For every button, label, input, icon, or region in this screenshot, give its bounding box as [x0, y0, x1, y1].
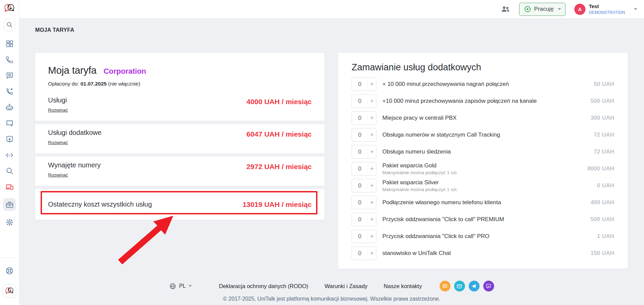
- work-status-button[interactable]: Pracuję: [519, 3, 565, 16]
- stepper-value[interactable]: 0: [352, 182, 368, 189]
- language-selector[interactable]: PL: [169, 283, 192, 290]
- stepper-value[interactable]: 0: [352, 114, 368, 122]
- total-label: Ostateczny koszt wszystkich usług: [48, 201, 152, 208]
- stepper-value[interactable]: 0: [352, 199, 368, 206]
- plus-icon[interactable]: +: [368, 148, 376, 156]
- stepper-value[interactable]: 0: [352, 97, 368, 105]
- quantity-stepper[interactable]: 0 +: [352, 94, 376, 108]
- expand-link[interactable]: Rozwinąć: [48, 172, 68, 178]
- stepper-value[interactable]: 0: [352, 165, 368, 172]
- plus-icon[interactable]: +: [368, 165, 376, 172]
- paid-until-date: 01.07.2025: [81, 81, 107, 87]
- devices-icon[interactable]: [5, 182, 14, 191]
- tariff-row-label: Wynajęte numery: [48, 161, 101, 169]
- user-org: DEMONSTRATION: [589, 10, 625, 15]
- plus-icon[interactable]: +: [368, 114, 376, 122]
- tariff-briefcase-icon[interactable]: [3, 198, 16, 211]
- plus-icon[interactable]: +: [368, 80, 376, 88]
- quantity-stepper[interactable]: 0 +: [352, 196, 376, 209]
- order-item-row: 0 + + 10 000 minut przechowywania nagrań…: [352, 77, 614, 91]
- plus-icon[interactable]: +: [368, 182, 376, 189]
- language-code: PL: [179, 283, 186, 289]
- robot-icon[interactable]: [5, 103, 14, 112]
- quantity-stepper[interactable]: 0 +: [352, 179, 376, 192]
- quantity-stepper[interactable]: 0 +: [352, 247, 376, 260]
- settings-gear-icon[interactable]: [5, 218, 14, 227]
- quantity-stepper[interactable]: 0 +: [352, 77, 376, 91]
- tariff-row-price: 4000 UAH / miesiąc: [246, 98, 312, 121]
- chevron-down-icon: [558, 8, 561, 10]
- order-item-sublabel: Maksymalnie można podłączyć 1 szt.: [382, 170, 458, 175]
- chat-bubble-icon[interactable]: [440, 281, 450, 291]
- stepper-value[interactable]: 0: [352, 250, 368, 257]
- unitalk-logo-bottom[interactable]: [3, 284, 16, 298]
- topbar: Pracuję A Test DEMONSTRATION: [19, 0, 644, 19]
- order-item-price: 72 UAH: [589, 148, 614, 155]
- order-item-row: 0 + Obsługa numerów w statycznym Call Tr…: [352, 128, 614, 142]
- order-item-label: stanowisko w UniTalk Chat: [382, 250, 451, 257]
- quantity-stepper[interactable]: 0 +: [352, 162, 376, 175]
- search-numbers-icon[interactable]: [5, 166, 14, 175]
- stepper-value[interactable]: 0: [352, 233, 368, 240]
- order-item-label: Miejsce pracy w centrali PBX: [382, 115, 457, 121]
- user-name: Test: [589, 3, 625, 9]
- comment-icon[interactable]: [5, 119, 14, 128]
- sidebar-divider: [0, 257, 19, 258]
- quantity-stepper[interactable]: 0 +: [352, 145, 376, 159]
- footer: PL Deklaracja ochrony danych (RODO) Waru…: [19, 281, 644, 291]
- plus-icon[interactable]: +: [368, 233, 376, 240]
- expand-link[interactable]: Rozwinąć: [48, 108, 68, 113]
- quantity-stepper[interactable]: 0 +: [352, 230, 376, 243]
- order-item-sublabel: Maksymalnie można podłączyć 1 szt.: [382, 187, 458, 192]
- stepper-value[interactable]: 0: [352, 131, 368, 139]
- plus-icon[interactable]: +: [368, 97, 376, 105]
- phone-add-icon[interactable]: [5, 87, 14, 96]
- order-item-row: 0 + Pakiet wsparcia Silver Maksymalnie m…: [352, 179, 614, 192]
- row-separator: [35, 186, 325, 189]
- quantity-stepper[interactable]: 0 +: [352, 128, 376, 142]
- order-item-label: + 10 000 minut przechowywania nagrań poł…: [382, 81, 509, 88]
- sidebar: [0, 0, 19, 305]
- quantity-stepper[interactable]: 0 +: [352, 213, 376, 226]
- people-icon[interactable]: [501, 5, 510, 14]
- footer-link-contacts[interactable]: Nasze kontakty: [384, 283, 422, 289]
- order-item-price: 50 UAH: [589, 81, 614, 88]
- sidebar-search-button[interactable]: [4, 18, 15, 31]
- quantity-stepper[interactable]: 0 +: [352, 111, 376, 125]
- plus-icon[interactable]: +: [368, 131, 376, 139]
- footer-link-terms[interactable]: Warunki i Zasady: [325, 283, 368, 289]
- viber-icon[interactable]: [483, 281, 494, 291]
- tariff-row-label: Usługi: [48, 96, 68, 104]
- tariff-row: Usługi dodatkowe Rozwinąć 6047 UAH / mie…: [35, 124, 325, 153]
- stepper-value[interactable]: 0: [352, 80, 368, 88]
- social-links: [440, 281, 494, 291]
- order-item-label: Przycisk oddzwaniania "Click to call" PR…: [382, 233, 489, 240]
- plus-icon[interactable]: +: [368, 250, 376, 257]
- user-menu[interactable]: A Test DEMONSTRATION: [574, 3, 637, 15]
- dashboard-icon[interactable]: [5, 39, 14, 48]
- chat-icon[interactable]: [5, 71, 14, 80]
- order-item-row: 0 + +10 000 minut przechowywania zapisów…: [352, 94, 614, 108]
- tariff-row: Wynajęte numery Rozwinąć 2972 UAH / mies…: [35, 157, 325, 186]
- order-item-price: 72 UAH: [589, 132, 614, 138]
- stepper-value[interactable]: 0: [352, 148, 368, 156]
- phone-icon[interactable]: [5, 55, 14, 64]
- order-item-price: 0 UAH: [592, 182, 614, 189]
- code-icon[interactable]: [5, 150, 14, 160]
- unitalk-logo[interactable]: [4, 3, 15, 15]
- search-icon: [6, 21, 13, 28]
- plus-icon[interactable]: +: [368, 199, 376, 206]
- plus-icon[interactable]: +: [368, 216, 376, 223]
- tariff-row-label: Usługi dodatkowe: [48, 129, 102, 137]
- tariff-row: Usługi Rozwinąć 4000 UAH / miesiąc: [35, 92, 325, 121]
- help-icon[interactable]: [5, 266, 14, 277]
- tariff-row-price: 6047 UAH / miesiąc: [246, 130, 312, 153]
- stepper-value[interactable]: 0: [352, 216, 368, 223]
- row-separator: [35, 153, 325, 157]
- expand-link[interactable]: Rozwinąć: [48, 140, 68, 145]
- footer-link-rodo[interactable]: Deklaracja ochrony danych (RODO): [219, 283, 308, 289]
- email-icon[interactable]: [454, 281, 465, 291]
- order-items: 0 + + 10 000 minut przechowywania nagrań…: [352, 77, 614, 260]
- plugin-icon[interactable]: [5, 135, 14, 144]
- telegram-icon[interactable]: [469, 281, 480, 291]
